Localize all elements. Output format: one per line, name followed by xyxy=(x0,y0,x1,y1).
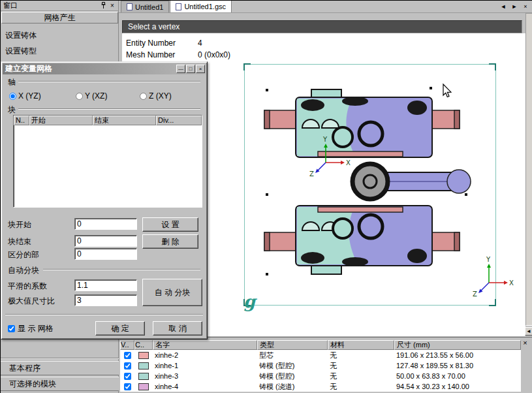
partition-label: 区分的部 xyxy=(8,249,39,260)
sidebar-item-set-mold[interactable]: 设置铸型 xyxy=(1,45,118,57)
ok-button[interactable]: 确 定 xyxy=(95,321,145,336)
block-column-end: 结束 xyxy=(93,116,156,125)
entity-size: 94.54 x 30.23 x 140.00 xyxy=(394,381,521,392)
show-mesh-checkbox-input[interactable] xyxy=(8,325,15,332)
axis-x-label: X xyxy=(509,279,514,287)
document-icon xyxy=(127,3,133,10)
max-ratio-input[interactable] xyxy=(74,294,137,306)
close-document-icon[interactable]: × xyxy=(521,2,530,11)
tab-scroll-left-icon[interactable]: ◄ xyxy=(499,2,508,11)
entity-name: xinhe-2 xyxy=(153,350,257,360)
vertical-scrollbar[interactable] xyxy=(525,13,532,326)
column-header-material[interactable]: 材料 xyxy=(328,340,394,350)
cancel-button[interactable]: 取 消 xyxy=(153,321,202,336)
panel-title: 窗口 xyxy=(3,1,99,10)
entity-name: xinhe-4 xyxy=(153,381,257,392)
separator xyxy=(18,108,200,110)
block-column-div: Div... xyxy=(156,116,202,125)
separator xyxy=(43,269,200,270)
separator xyxy=(5,314,203,315)
column-header-name[interactable]: 名字 xyxy=(153,340,257,350)
block-column-n: N.. xyxy=(14,116,29,125)
set-button[interactable]: 设 置 xyxy=(142,217,198,232)
tab-label: Untitled1.gsc xyxy=(184,3,226,10)
column-header-color[interactable]: C.. xyxy=(134,340,153,350)
block-end-input[interactable] xyxy=(74,235,137,247)
close-icon[interactable]: × xyxy=(196,65,205,73)
axis-x-label: X xyxy=(346,159,351,166)
horizontal-scroll-left-icon[interactable]: ◄ xyxy=(525,327,532,336)
visibility-checkbox[interactable] xyxy=(124,362,131,369)
column-header-size[interactable]: 尺寸 (mm) xyxy=(394,340,521,350)
bottom-casting-part[interactable] xyxy=(264,206,460,274)
tab-untitled1-gsc[interactable]: Untitled1.gsc xyxy=(170,0,232,12)
tab-scroll-right-icon[interactable]: ► xyxy=(510,2,519,11)
color-swatch[interactable] xyxy=(138,373,149,380)
auto-divide-button[interactable]: 自 动 分块 xyxy=(142,279,202,306)
smooth-coef-input[interactable] xyxy=(74,279,137,291)
block-list[interactable]: N.. 开始 结束 Div... xyxy=(13,115,202,208)
column-header-type[interactable]: 类型 xyxy=(257,340,328,350)
entity-name: xinhe-1 xyxy=(153,360,257,371)
axis-z-label: Z xyxy=(309,170,314,178)
table-row[interactable]: xinhe-2 型芯 无 191.06 x 213.55 x 56.00 xyxy=(120,350,521,360)
column-header-visibility[interactable]: V.. xyxy=(120,340,134,350)
block-column-start: 开始 xyxy=(29,116,93,125)
entity-size: 127.48 x 189.55 x 81.30 xyxy=(394,360,521,371)
table-row[interactable]: xinhe-3 铸模 (型腔) 无 50.00 x 63.83 x 70.00 xyxy=(120,371,521,381)
prompt-bar: Select a vertex xyxy=(122,20,522,33)
sidebar-item-set-casting[interactable]: 设置铸体 xyxy=(1,29,118,41)
axis-z-radio[interactable]: Z (XY) xyxy=(140,91,172,101)
top-casting-part[interactable] xyxy=(264,89,460,157)
partition-input[interactable] xyxy=(74,248,137,260)
variable-mesh-dialog: 建立变量网格 — □ × 轴 X (YZ) Y (XZ) Z (XY) xyxy=(1,61,208,339)
entity-list-panel: × V.. C.. 名字 类型 材料 尺寸 (mm) xinhe-2 型芯 无 … xyxy=(119,337,532,393)
visibility-checkbox[interactable] xyxy=(124,383,131,390)
axis-x-radio-input[interactable] xyxy=(9,93,16,100)
separator xyxy=(18,81,200,82)
dialog-title: 建立变量网格 xyxy=(5,63,52,74)
minimize-icon[interactable]: — xyxy=(176,65,185,73)
axis-z-radio-label: Z (XY) xyxy=(149,91,172,101)
dialog-body: 轴 X (YZ) Y (XZ) Z (XY) 块 N.. 开始 xyxy=(3,74,206,338)
smooth-coef-label: 平滑的系数 xyxy=(8,281,47,292)
entity-material: 无 xyxy=(328,381,394,392)
axis-group-label: 轴 xyxy=(8,77,16,88)
sidebar-section-basic-programs[interactable]: 基本程序 xyxy=(1,361,119,375)
runner-assembly[interactable] xyxy=(352,164,471,199)
pin-icon-glyph xyxy=(101,2,106,9)
axis-y-radio-input[interactable] xyxy=(76,93,83,100)
pin-icon[interactable] xyxy=(99,1,108,10)
visibility-checkbox[interactable] xyxy=(124,373,131,380)
delete-button[interactable]: 删 除 xyxy=(142,234,198,249)
entity-table-header: V.. C.. 名字 类型 材料 尺寸 (mm) xyxy=(120,340,521,350)
close-entity-list-icon[interactable]: × xyxy=(521,339,529,347)
block-start-input[interactable] xyxy=(74,218,137,230)
app-window: 窗口 × 网格产生 设置铸体 设置铸型 基本程序 可选择的模块 Untitled… xyxy=(0,0,532,393)
table-row[interactable]: xinhe-1 铸模 (型腔) 无 127.48 x 189.55 x 81.3… xyxy=(120,360,521,371)
block-list-header: N.. 开始 结束 Div... xyxy=(14,116,202,125)
visibility-checkbox[interactable] xyxy=(124,352,131,359)
tab-untitled1[interactable]: Untitled1 xyxy=(121,1,169,12)
table-row[interactable]: xinhe-4 铸模 (浇道) 无 94.54 x 30.23 x 140.00 xyxy=(120,381,521,392)
sidebar-section-selectable-modules[interactable]: 可选择的模块 xyxy=(1,377,119,391)
max-ratio-label: 极大值尺寸比 xyxy=(8,296,55,307)
document-tabbar: Untitled1 Untitled1.gsc xyxy=(119,1,532,13)
maximize-icon[interactable]: □ xyxy=(186,65,195,73)
document-icon xyxy=(176,3,181,10)
entity-material: 无 xyxy=(328,350,394,360)
panel-header-mesh-generation[interactable]: 网格产生 xyxy=(1,12,118,24)
axis-y-radio[interactable]: Y (XZ) xyxy=(76,91,107,101)
axis-y-label: Y xyxy=(486,256,491,263)
axis-y-radio-label: Y (XZ) xyxy=(85,91,107,101)
axis-x-radio[interactable]: X (YZ) xyxy=(9,91,41,101)
axis-z-radio-input[interactable] xyxy=(140,93,147,100)
color-swatch[interactable] xyxy=(138,362,149,369)
cursor-arrow xyxy=(443,84,451,97)
show-mesh-label: 显 示 网格 xyxy=(18,323,54,334)
entity-material: 无 xyxy=(328,360,394,371)
show-mesh-checkbox[interactable]: 显 示 网格 xyxy=(8,323,54,334)
close-panel-button[interactable]: × xyxy=(108,1,117,10)
color-swatch[interactable] xyxy=(138,383,149,390)
color-swatch[interactable] xyxy=(138,352,149,359)
